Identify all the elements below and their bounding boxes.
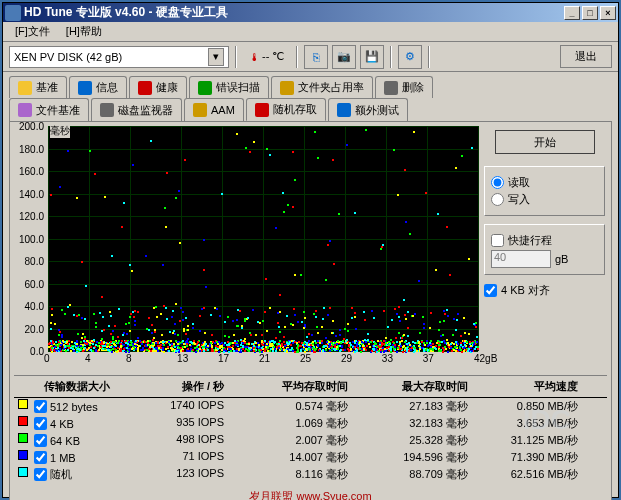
color-swatch <box>18 399 28 409</box>
results-table: 传输数据大小 操作 / 秒 平均存取时间 最大存取时间 平均速度 512 byt… <box>14 375 607 483</box>
row-checkbox[interactable] <box>34 434 47 447</box>
titlebar[interactable]: HD Tune 专业版 v4.60 - 硬盘专业工具 _ □ × <box>3 3 618 22</box>
separator <box>235 46 237 68</box>
close-button[interactable]: × <box>600 6 616 20</box>
table-row: 4 KB935 IOPS1.069 毫秒32.183 毫秒3.653 MB/秒 <box>14 415 607 432</box>
tab-icon <box>78 81 92 95</box>
color-swatch <box>18 433 28 443</box>
fast-unit: gB <box>555 253 568 265</box>
tab-磁盘监视器[interactable]: 磁盘监视器 <box>91 98 182 121</box>
chart-points <box>48 126 478 351</box>
exit-button[interactable]: 退出 <box>560 45 612 68</box>
tab-icon <box>198 81 212 95</box>
tab-icon <box>384 81 398 95</box>
table-row: 512 bytes1740 IOPS0.574 毫秒27.183 毫秒0.850… <box>14 398 607 415</box>
screenshot-button[interactable]: 📷 <box>332 45 356 69</box>
table-row: 1 MB71 IOPS14.007 毫秒194.596 毫秒71.390 MB/… <box>14 449 607 466</box>
row-checkbox[interactable] <box>34 417 47 430</box>
start-button[interactable]: 开始 <box>495 130 595 154</box>
color-swatch <box>18 467 28 477</box>
copy-button[interactable]: ⎘ <box>304 45 328 69</box>
maximize-button[interactable]: □ <box>582 6 598 20</box>
radio-read[interactable]: 读取 <box>491 175 598 190</box>
row-checkbox[interactable] <box>34 468 47 481</box>
radio-read-input[interactable] <box>491 176 504 189</box>
tab-错误扫描[interactable]: 错误扫描 <box>189 76 269 98</box>
tab-健康[interactable]: 健康 <box>129 76 187 98</box>
chart-ylabel: 毫秒 <box>50 124 70 138</box>
watermark: 岁月联盟 www.Syue.com <box>249 489 371 500</box>
separator <box>428 46 430 68</box>
radio-write[interactable]: 写入 <box>491 192 598 207</box>
tab-icon <box>18 81 32 95</box>
content-panel: 毫秒 0.020.040.060.080.0100.0120.0140.0160… <box>9 121 612 500</box>
app-window: HD Tune 专业版 v4.60 - 硬盘专业工具 _ □ × [F]文件 [… <box>2 2 619 498</box>
check-align-input[interactable] <box>484 284 497 297</box>
radio-write-input[interactable] <box>491 193 504 206</box>
separator <box>296 46 298 68</box>
tab-文件基准[interactable]: 文件基准 <box>9 98 89 121</box>
check-align[interactable]: 4 KB 对齐 <box>484 283 605 298</box>
tab-icon <box>193 103 207 117</box>
table-header: 传输数据大小 操作 / 秒 平均存取时间 最大存取时间 平均速度 <box>14 376 607 398</box>
tab-AAM[interactable]: AAM <box>184 98 244 121</box>
thermometer-icon: 🌡 <box>249 51 260 63</box>
tab-随机存取[interactable]: 随机存取 <box>246 98 326 121</box>
tab-信息[interactable]: 信息 <box>69 76 127 98</box>
settings-button[interactable]: ⚙ <box>398 45 422 69</box>
tab-基准[interactable]: 基准 <box>9 76 67 98</box>
minimize-button[interactable]: _ <box>564 6 580 20</box>
table-row: 64 KB498 IOPS2.007 毫秒25.328 毫秒31.125 MB/… <box>14 432 607 449</box>
chevron-down-icon[interactable]: ▾ <box>208 48 224 66</box>
tab-icon <box>18 103 32 117</box>
tabs-row-2: 文件基准磁盘监视器AAM随机存取额外测试 <box>9 98 612 121</box>
window-title: HD Tune 专业版 v4.60 - 硬盘专业工具 <box>24 4 562 21</box>
color-swatch <box>18 416 28 426</box>
tab-删除[interactable]: 删除 <box>375 76 433 98</box>
side-panel: 开始 读取 写入 快捷行程 40 gB 4 KB 对齐 <box>482 126 607 351</box>
tab-icon <box>280 81 294 95</box>
temperature-value: -- ℃ <box>262 50 284 63</box>
app-icon <box>5 5 21 21</box>
fast-group: 快捷行程 40 gB <box>484 224 605 275</box>
disk-select[interactable]: XEN PV DISK (42 gB) ▾ <box>9 46 229 68</box>
x-axis-ticks: 0481317212529333742gB <box>48 353 478 365</box>
toolbar: XEN PV DISK (42 gB) ▾ 🌡 -- ℃ ⎘ 📷 💾 ⚙ 退出 <box>3 42 618 72</box>
tab-icon <box>255 103 269 117</box>
menu-help[interactable]: [H]帮助 <box>58 22 110 41</box>
check-fast-input[interactable] <box>491 234 504 247</box>
tab-icon <box>337 103 351 117</box>
tab-icon <box>138 81 152 95</box>
menu-file[interactable]: [F]文件 <box>7 22 58 41</box>
tab-文件夹占用率[interactable]: 文件夹占用率 <box>271 76 373 98</box>
separator <box>390 46 392 68</box>
tab-额外测试[interactable]: 额外测试 <box>328 98 408 121</box>
save-button[interactable]: 💾 <box>360 45 384 69</box>
row-checkbox[interactable] <box>34 400 47 413</box>
scatter-chart: 0.020.040.060.080.0100.0120.0140.0160.01… <box>48 126 478 351</box>
disk-select-value: XEN PV DISK (42 gB) <box>14 51 122 63</box>
table-row: 随机123 IOPS8.116 毫秒88.709 毫秒62.516 MB/秒 <box>14 466 607 483</box>
mode-group: 读取 写入 <box>484 166 605 216</box>
tabs-row-1: 基准信息健康错误扫描文件夹占用率删除 <box>9 76 612 98</box>
temperature-display: 🌡 -- ℃ <box>249 50 284 63</box>
color-swatch <box>18 450 28 460</box>
row-checkbox[interactable] <box>34 451 47 464</box>
tab-icon <box>100 103 114 117</box>
chart-container: 毫秒 0.020.040.060.080.0100.0120.0140.0160… <box>14 126 478 351</box>
y-axis-ticks: 0.020.040.060.080.0100.0120.0140.0160.01… <box>16 126 46 351</box>
fast-value-input: 40 <box>491 250 551 268</box>
check-fast[interactable]: 快捷行程 <box>491 233 598 248</box>
menubar: [F]文件 [H]帮助 <box>3 22 618 42</box>
